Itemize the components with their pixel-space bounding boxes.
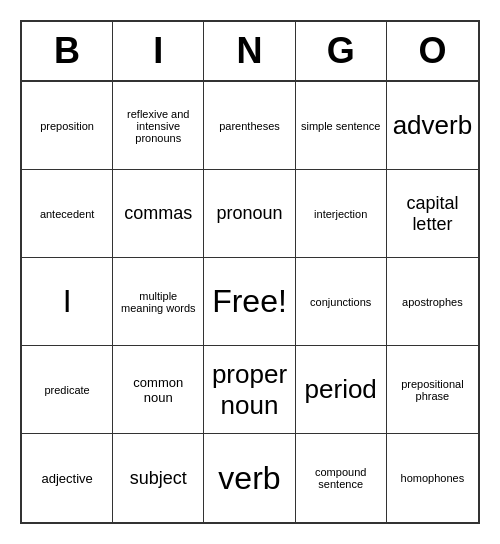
bingo-cell-21: subject	[113, 434, 204, 522]
bingo-cell-23: compound sentence	[296, 434, 387, 522]
bingo-cell-3: simple sentence	[296, 82, 387, 170]
header-letter-b: B	[22, 22, 113, 80]
header-letter-g: G	[296, 22, 387, 80]
bingo-cell-22: verb	[204, 434, 295, 522]
cell-text-16: common noun	[117, 375, 199, 405]
bingo-cell-18: period	[296, 346, 387, 434]
cell-text-15: predicate	[44, 384, 89, 396]
cell-text-14: apostrophes	[402, 296, 463, 308]
bingo-cell-4: adverb	[387, 82, 478, 170]
bingo-cell-6: commas	[113, 170, 204, 258]
cell-text-1: reflexive and intensive pronouns	[117, 108, 199, 144]
cell-text-18: period	[305, 374, 377, 405]
cell-text-10: I	[63, 283, 72, 320]
bingo-cell-14: apostrophes	[387, 258, 478, 346]
bingo-cell-16: common noun	[113, 346, 204, 434]
cell-text-8: interjection	[314, 208, 367, 220]
cell-text-9: capital letter	[391, 193, 474, 235]
cell-text-11: multiple meaning words	[117, 290, 199, 314]
bingo-cell-13: conjunctions	[296, 258, 387, 346]
bingo-cell-19: prepositional phrase	[387, 346, 478, 434]
bingo-cell-24: homophones	[387, 434, 478, 522]
bingo-cell-17: proper noun	[204, 346, 295, 434]
bingo-cell-10: I	[22, 258, 113, 346]
header-letter-i: I	[113, 22, 204, 80]
cell-text-7: pronoun	[216, 203, 282, 224]
cell-text-2: parentheses	[219, 120, 280, 132]
header-letter-n: N	[204, 22, 295, 80]
cell-text-19: prepositional phrase	[391, 378, 474, 402]
cell-text-21: subject	[130, 468, 187, 489]
cell-text-3: simple sentence	[301, 120, 381, 132]
bingo-cell-2: parentheses	[204, 82, 295, 170]
cell-text-4: adverb	[393, 110, 473, 141]
bingo-cell-20: adjective	[22, 434, 113, 522]
cell-text-17: proper noun	[208, 359, 290, 421]
bingo-cell-15: predicate	[22, 346, 113, 434]
bingo-cell-1: reflexive and intensive pronouns	[113, 82, 204, 170]
bingo-cell-11: multiple meaning words	[113, 258, 204, 346]
bingo-cell-0: preposition	[22, 82, 113, 170]
bingo-cell-5: antecedent	[22, 170, 113, 258]
cell-text-13: conjunctions	[310, 296, 371, 308]
cell-text-12: Free!	[212, 283, 287, 320]
cell-text-0: preposition	[40, 120, 94, 132]
cell-text-20: adjective	[41, 471, 92, 486]
bingo-header: BINGO	[22, 22, 478, 82]
bingo-cell-9: capital letter	[387, 170, 478, 258]
cell-text-23: compound sentence	[300, 466, 382, 490]
bingo-card: BINGO prepositionreflexive and intensive…	[20, 20, 480, 524]
bingo-cell-12: Free!	[204, 258, 295, 346]
cell-text-24: homophones	[401, 472, 465, 484]
cell-text-22: verb	[218, 460, 280, 497]
cell-text-6: commas	[124, 203, 192, 224]
bingo-cell-7: pronoun	[204, 170, 295, 258]
cell-text-5: antecedent	[40, 208, 94, 220]
header-letter-o: O	[387, 22, 478, 80]
bingo-cell-8: interjection	[296, 170, 387, 258]
bingo-grid: prepositionreflexive and intensive prono…	[22, 82, 478, 522]
